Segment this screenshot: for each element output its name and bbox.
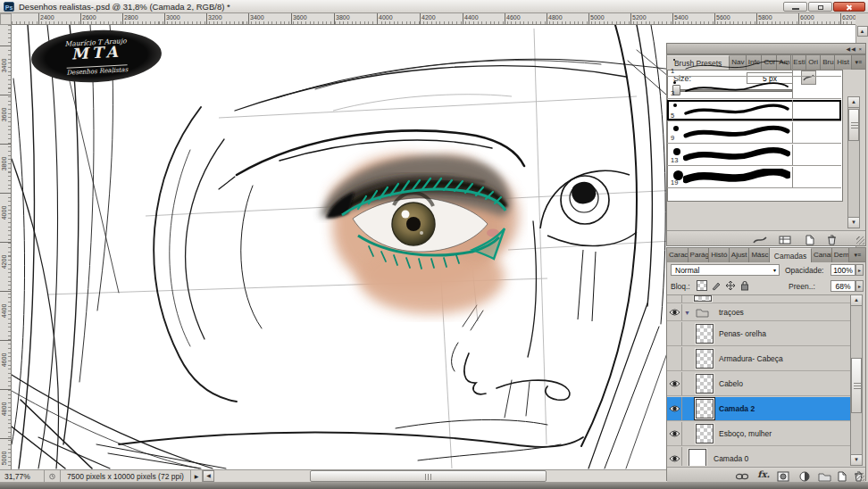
new-brush-icon[interactable] <box>803 233 817 244</box>
brush-preset-selected[interactable]: 5 <box>667 100 841 121</box>
visibility-toggle[interactable] <box>667 304 682 320</box>
status-menu-button[interactable]: ▶ <box>191 470 203 482</box>
chevron-down-icon: ▾ <box>773 265 776 276</box>
layer-thumbnail[interactable] <box>696 349 714 369</box>
layer-name: Camada 2 <box>719 404 755 413</box>
panel-group-titlebar[interactable]: ◀◀ × <box>666 43 866 54</box>
eye-icon <box>669 379 680 388</box>
ruler-label: 3800 <box>1 143 7 186</box>
scroll-up-icon[interactable]: ▲ <box>848 97 859 108</box>
panel-menu-icon[interactable]: ▾≡ <box>852 55 865 69</box>
scrollbar-thumb[interactable] <box>310 470 547 482</box>
blend-mode-dropdown[interactable]: Normal ▾ <box>671 264 780 276</box>
layer-row[interactable]: Cabelo <box>667 372 850 396</box>
delete-brush-icon[interactable] <box>824 233 839 244</box>
tab-layers[interactable]: Camadas <box>770 248 812 262</box>
layers-scrollbar[interactable]: ▲ ▼ <box>850 294 863 466</box>
brush-preset[interactable]: 9 <box>667 122 841 144</box>
lock-paint-icon[interactable] <box>711 280 722 291</box>
tab-masks[interactable]: Másc <box>749 248 770 262</box>
visibility-toggle-empty[interactable] <box>667 322 682 345</box>
eye-icon <box>669 454 680 463</box>
link-layers-icon[interactable] <box>735 469 749 480</box>
layer-thumbnail[interactable] <box>689 449 706 466</box>
brush-presets-panel: Brush Presets Nav Infc Cor Am Esti Ori B… <box>666 54 866 246</box>
layer-style-icon[interactable]: fx. <box>756 469 771 480</box>
lock-all-icon[interactable] <box>739 280 750 291</box>
brush-preset[interactable]: 3 <box>667 78 841 99</box>
photoshop-app-icon: Ps <box>4 2 14 12</box>
opacity-field[interactable]: 100% <box>830 264 855 276</box>
tab-channels[interactable]: Canai <box>812 248 832 262</box>
scroll-down-icon[interactable]: ▼ <box>848 217 859 228</box>
status-clock-button[interactable] <box>45 470 61 482</box>
lock-move-icon[interactable] <box>725 280 736 291</box>
scrollbar-thumb[interactable] <box>848 109 859 141</box>
horizontal-ruler: 2400 2600 2800 3000 3200 3400 3600 3800 … <box>12 13 855 25</box>
layer-thumbnail[interactable] <box>696 424 714 443</box>
brush-panel-footer <box>667 230 865 245</box>
visibility-toggle[interactable] <box>667 447 682 466</box>
adjustment-layer-icon[interactable] <box>797 469 812 480</box>
tab-history[interactable]: Histó <box>709 248 730 262</box>
expand-group-icon[interactable]: ▼ <box>684 310 690 316</box>
minimize-button[interactable] <box>783 2 807 12</box>
tab-paths[interactable]: Dem <box>832 248 850 262</box>
opacity-slider-button[interactable]: ▸ <box>855 264 864 276</box>
layer-row[interactable]: Penas- orelha <box>667 322 850 346</box>
close-button[interactable] <box>833 2 865 12</box>
ruler-label: 4800 <box>547 13 563 25</box>
layer-thumbnail[interactable] <box>696 399 714 419</box>
panel-menu-icon[interactable]: ▾≡ <box>849 248 865 261</box>
scroll-left-icon[interactable]: ◀ <box>203 470 214 482</box>
resize-grip[interactable] <box>856 236 864 244</box>
layer-mask-icon[interactable] <box>776 469 790 480</box>
tab-adjustments[interactable]: Ajust <box>730 248 750 262</box>
scroll-up-icon[interactable]: ▲ <box>851 295 862 306</box>
layer-row-partial[interactable] <box>667 295 850 303</box>
ruler-label: 4200 <box>420 13 436 25</box>
brush-preset[interactable]: 13 <box>667 145 841 166</box>
fill-slider-button[interactable]: ▸ <box>855 280 864 292</box>
window-titlebar[interactable]: Ps Desenhos realistas-.psd @ 31,8% (Cama… <box>0 0 868 13</box>
close-panel-icon[interactable]: × <box>858 46 863 52</box>
zoom-level-field[interactable]: 31,77% <box>0 470 45 482</box>
preset-manager-icon[interactable] <box>778 233 792 244</box>
restore-icon <box>818 5 823 10</box>
visibility-toggle[interactable] <box>667 422 682 445</box>
brush-list-scrollbar[interactable]: ▲ ▼ <box>847 96 860 228</box>
visibility-toggle[interactable] <box>667 372 682 395</box>
ruler-label: 2800 <box>122 13 138 25</box>
visibility-toggle[interactable] <box>667 397 682 420</box>
folder-icon <box>696 308 709 318</box>
brush-preset[interactable]: 19 <box>667 167 841 188</box>
scroll-up-icon[interactable]: ▲ <box>857 26 868 37</box>
eye-icon <box>669 308 680 317</box>
layer-thumbnail[interactable] <box>696 324 714 344</box>
new-layer-icon[interactable] <box>835 469 849 480</box>
new-group-icon[interactable] <box>817 469 831 480</box>
resize-grip[interactable] <box>856 473 864 481</box>
layers-panel: Carac Parág Histó Ajust Másc Camadas Can… <box>666 247 866 481</box>
ruler-label: 3800 <box>334 13 350 25</box>
layer-row-group[interactable]: ▼ traçoes <box>667 304 850 321</box>
stroke-preview-icon[interactable] <box>753 233 767 244</box>
tab-paragraph[interactable]: Parág <box>689 248 710 262</box>
layer-row-selected[interactable]: Camada 2 <box>667 397 850 421</box>
lock-transparency-icon[interactable] <box>697 280 707 291</box>
layer-row[interactable]: Armadura- Cabeça <box>667 347 850 371</box>
tab-character[interactable]: Carac <box>667 248 689 262</box>
scrollbar-thumb[interactable] <box>851 358 862 413</box>
scroll-down-icon[interactable]: ▼ <box>851 454 862 465</box>
ruler-label: 2600 <box>80 13 96 25</box>
layer-thumbnail[interactable] <box>696 374 714 394</box>
layer-row[interactable]: Camada 0 <box>667 447 850 466</box>
logo-subtitle: Desenhos Realistas <box>66 64 128 77</box>
fill-field[interactable]: 68% <box>830 280 855 292</box>
visibility-toggle-empty[interactable] <box>667 347 682 370</box>
restore-button[interactable] <box>808 2 832 12</box>
layer-row[interactable]: Esboço, mulher <box>667 422 850 446</box>
brush-preset[interactable]: 1 <box>667 70 841 77</box>
collapse-panels-icon[interactable]: ◀◀ <box>847 46 856 52</box>
layer-name: Camada 0 <box>714 454 748 463</box>
